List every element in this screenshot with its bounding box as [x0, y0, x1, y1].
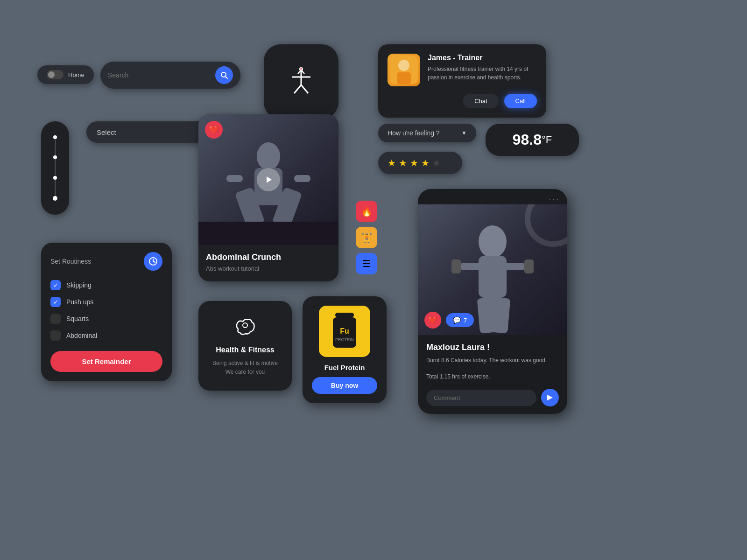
play-icon — [264, 175, 273, 184]
health-title: Health & Fitness — [216, 346, 274, 354]
feeling-dropdown[interactable]: How u're feeling ? ▼ — [378, 124, 476, 142]
clock-icon — [148, 257, 158, 266]
routine-item-abdominal[interactable]: Abdominal — [50, 330, 162, 341]
svg-rect-32 — [504, 263, 525, 270]
protein-name: Fuel Protein — [324, 364, 365, 371]
svg-line-1 — [226, 77, 227, 78]
search-input[interactable] — [108, 71, 211, 79]
svg-rect-30 — [479, 256, 507, 298]
video-subtitle: Abs workout tutorial — [206, 265, 331, 272]
svg-point-9 — [398, 60, 409, 71]
dumbbell-button[interactable]: 🏋 — [356, 227, 377, 248]
like-button[interactable]: ❤️ — [424, 312, 441, 329]
send-button[interactable] — [541, 389, 559, 406]
routine-item-label: Push ups — [66, 298, 93, 306]
slider-point-mid2 — [53, 176, 57, 180]
routine-item-label: Skipping — [66, 281, 92, 289]
muscle-icon — [233, 315, 257, 338]
profile-name: Maxlouz Laura ! — [426, 343, 559, 352]
protein-card: Fu PROTEIN Fuel Protein Buy now — [303, 296, 387, 403]
fire-button[interactable]: 🔥 — [356, 201, 377, 222]
trainer-avatar-icon — [390, 56, 418, 84]
star-3[interactable]: ★ — [410, 157, 418, 168]
routine-item-squarts[interactable]: Squarts — [50, 314, 162, 324]
chat-button[interactable]: Chat — [463, 94, 498, 108]
search-button[interactable] — [215, 66, 233, 84]
profile-description1: Burnt 8.6 Calories today. The workout wa… — [426, 356, 559, 365]
slider-handle[interactable] — [53, 196, 57, 201]
app-logo-icon — [280, 61, 322, 103]
svg-rect-16 — [226, 175, 243, 182]
trainer-avatar — [388, 54, 420, 86]
buy-button[interactable]: Buy now — [312, 377, 377, 394]
profile-card: ··· — [418, 189, 567, 414]
slider-point-top — [53, 135, 57, 139]
svg-line-6 — [294, 85, 301, 93]
list-button[interactable]: ☰ — [356, 253, 377, 274]
routine-item-label: Abdominal — [66, 332, 97, 339]
toggle-switch[interactable] — [47, 70, 63, 79]
svg-point-12 — [257, 142, 280, 170]
vertical-slider[interactable] — [41, 121, 69, 215]
svg-text:PROTEIN: PROTEIN — [335, 337, 354, 342]
search-bar — [100, 62, 240, 89]
favorite-icon[interactable]: ❤️ — [205, 121, 223, 139]
svg-marker-38 — [547, 395, 553, 400]
routine-item-label: Squarts — [66, 315, 89, 322]
select-label: Select — [97, 128, 116, 136]
star-1[interactable]: ★ — [388, 157, 396, 168]
trainer-description: Professional fitness trainer with 14 yrs… — [428, 65, 537, 82]
routine-card: Set Routiness ✓ Skipping ✓ Push ups Squa… — [41, 243, 172, 381]
play-button[interactable] — [257, 168, 280, 191]
svg-rect-31 — [460, 263, 481, 270]
svg-rect-10 — [397, 72, 411, 84]
svg-rect-33 — [451, 259, 461, 273]
temperature-display: 98.8 °F — [486, 124, 579, 156]
protein-icon: Fu PROTEIN — [319, 306, 370, 357]
svg-line-7 — [301, 85, 308, 93]
routine-item-skipping[interactable]: ✓ Skipping — [50, 280, 162, 290]
video-title: Abdominal Crunch — [206, 252, 331, 262]
health-icon — [233, 315, 257, 338]
svg-line-22 — [153, 261, 155, 262]
svg-rect-34 — [524, 259, 534, 273]
reaction-count[interactable]: 💬 7 — [446, 313, 474, 327]
svg-point-23 — [243, 323, 247, 328]
comment-input[interactable] — [426, 390, 536, 406]
svg-rect-18 — [198, 222, 338, 245]
select-dropdown[interactable]: Select › — [86, 121, 217, 143]
health-subtitle2: We care for you — [226, 368, 265, 377]
trainer-card: James - Trainer Professional fitness tra… — [378, 44, 546, 118]
set-reminder-button[interactable]: Set Remainder — [50, 351, 162, 372]
temperature-unit: °F — [542, 134, 552, 146]
more-options-icon[interactable]: ··· — [549, 195, 560, 204]
action-icons-panel: 🔥 🏋 ☰ — [356, 201, 377, 274]
star-5[interactable]: ★ — [432, 157, 441, 168]
slider-point-mid1 — [53, 155, 57, 159]
feeling-label: How u're feeling ? — [388, 129, 440, 137]
svg-rect-36 — [489, 297, 510, 333]
call-button[interactable]: Call — [504, 94, 537, 108]
routine-clock-button[interactable] — [144, 252, 162, 271]
svg-point-29 — [479, 225, 507, 258]
star-4[interactable]: ★ — [421, 157, 430, 168]
svg-rect-24 — [335, 313, 354, 317]
reaction-bar: ❤️ 💬 7 — [424, 312, 474, 329]
star-2[interactable]: ★ — [399, 157, 407, 168]
profile-description2: Total 1.15 hrs of exercise. — [426, 372, 559, 381]
search-icon — [220, 71, 228, 79]
reaction-number: 7 — [464, 317, 467, 324]
toggle-home-widget: Home — [37, 65, 94, 84]
toggle-label: Home — [68, 71, 85, 78]
slider-track — [55, 135, 56, 201]
video-thumbnail: ❤️ — [198, 114, 338, 245]
checkbox-empty-icon — [50, 314, 61, 324]
video-card: ❤️ Abdominal Crunch Abs workout tutorial — [198, 114, 338, 281]
send-icon — [546, 394, 554, 401]
app-icon[interactable] — [264, 44, 338, 119]
chevron-down-icon: ▼ — [461, 130, 467, 136]
svg-rect-17 — [294, 175, 310, 182]
health-fitness-card: Health & Fitness Being active & fit is m… — [198, 301, 292, 391]
health-subtitle1: Being active & fit is motive — [212, 359, 278, 368]
routine-item-pushups[interactable]: ✓ Push ups — [50, 297, 162, 307]
